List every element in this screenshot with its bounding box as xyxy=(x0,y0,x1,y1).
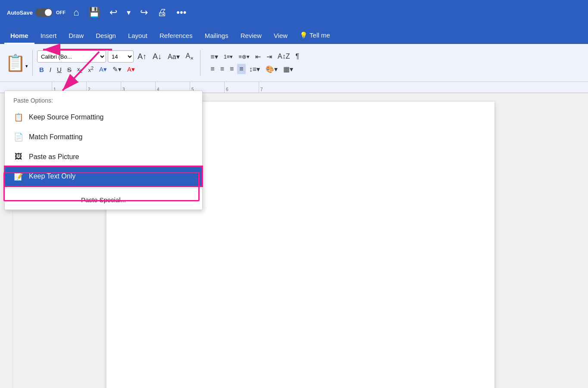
line-spacing-btn[interactable]: ↕≡▾ xyxy=(247,64,262,75)
superscript-btn[interactable]: x2 xyxy=(86,64,96,75)
align-center-btn[interactable]: ≡ xyxy=(218,64,226,74)
tab-design[interactable]: Design xyxy=(90,28,122,44)
lightbulb-icon: 💡 xyxy=(300,31,308,39)
autosave-area: AutoSave OFF xyxy=(7,8,66,17)
multilevel-btn[interactable]: ≡⊕▾ xyxy=(236,52,252,61)
paragraph-group: ≡▾ 1≡▾ ≡⊕▾ ⇤ ⇥ A↕Z ¶ ≡ ≡ ≡ ≡ ↕≡▾ 🎨▾ ▦▾ xyxy=(208,51,301,75)
home-icon[interactable]: ⌂ xyxy=(72,5,81,20)
undo-dropdown-icon[interactable]: ▾ xyxy=(125,6,132,19)
font-name-select[interactable]: Calibri (Bo... xyxy=(37,50,106,63)
divider-1 xyxy=(32,50,33,76)
tab-tellme[interactable]: 💡 Tell me xyxy=(294,28,336,44)
underline-btn[interactable]: U xyxy=(55,65,64,75)
show-formatting-btn[interactable]: ¶ xyxy=(294,51,302,62)
decrease-font-btn[interactable]: A↓ xyxy=(150,51,164,63)
text-color-btn[interactable]: A▾ xyxy=(97,64,109,75)
print-icon[interactable]: 🖨 xyxy=(156,5,169,20)
undo-icon[interactable]: ↩ xyxy=(108,5,119,20)
increase-font-btn[interactable]: A↑ xyxy=(135,51,149,63)
more-icon[interactable]: ••• xyxy=(175,5,188,20)
font-size-select[interactable]: 14 xyxy=(108,50,134,63)
tab-home[interactable]: Home xyxy=(4,28,34,44)
tab-draw[interactable]: Draw xyxy=(63,28,90,44)
ruler-mark-6: 6 xyxy=(224,82,259,93)
tab-insert[interactable]: Insert xyxy=(34,28,63,44)
paste-options-header: Paste Options: xyxy=(5,91,202,107)
tab-references[interactable]: References xyxy=(153,28,199,44)
tab-layout[interactable]: Layout xyxy=(122,28,153,44)
highlight-btn[interactable]: ✎▾ xyxy=(110,64,124,75)
save-icon[interactable]: 💾 xyxy=(87,5,102,20)
keep-source-label: Keep Source Formatting xyxy=(29,113,103,121)
font-row-2: B I U S x2 x2 A▾ ✎▾ A▾ xyxy=(37,64,196,75)
borders-btn[interactable]: ▦▾ xyxy=(281,64,295,75)
keep-text-only-item[interactable]: 📝 Keep Text Only xyxy=(5,166,202,186)
ruler-mark-7: 7 xyxy=(259,82,293,93)
paste-dropdown-menu: Paste Options: 📋 Keep Source Formatting … xyxy=(4,91,203,210)
paste-special-item[interactable]: Paste Special... xyxy=(5,190,202,210)
tab-mailings[interactable]: Mailings xyxy=(199,28,235,44)
align-justify-btn[interactable]: ≡ xyxy=(237,64,245,74)
paste-picture-icon: 🖼 xyxy=(13,152,24,161)
align-right-btn[interactable]: ≡ xyxy=(228,64,236,74)
para-row-1: ≡▾ 1≡▾ ≡⊕▾ ⇤ ⇥ A↕Z ¶ xyxy=(208,51,301,62)
sort-btn[interactable]: A↕Z xyxy=(275,51,292,62)
autosave-toggle[interactable] xyxy=(35,8,53,17)
paste-dropdown-button[interactable]: ▾ xyxy=(25,63,28,72)
paste-as-picture-label: Paste as Picture xyxy=(29,153,79,161)
redo-icon[interactable]: ↪ xyxy=(138,5,150,20)
keep-text-icon: 📝 xyxy=(13,172,24,181)
italic-btn[interactable]: I xyxy=(47,65,53,75)
match-formatting-item[interactable]: 📄 Match Formatting xyxy=(5,127,202,147)
paste-special-label: Paste Special... xyxy=(81,196,126,203)
autosave-label: AutoSave xyxy=(7,9,33,16)
paste-as-picture-item[interactable]: 🖼 Paste as Picture xyxy=(5,147,202,166)
align-left-btn[interactable]: ≡ xyxy=(208,64,216,74)
divider-2 xyxy=(200,50,200,76)
title-bar: AutoSave OFF ⌂ 💾 ↩ ▾ ↪ 🖨 ••• xyxy=(0,0,588,25)
toggle-state-label: OFF xyxy=(56,10,66,15)
match-formatting-label: Match Formatting xyxy=(29,133,82,141)
paste-button[interactable]: 📋 xyxy=(5,53,25,72)
shading-btn[interactable]: 🎨▾ xyxy=(263,64,280,75)
paste-group: 📋 ▾ xyxy=(5,53,28,72)
match-format-icon: 📄 xyxy=(13,132,24,142)
bullets-btn[interactable]: ≡▾ xyxy=(208,51,220,62)
keep-source-formatting-item[interactable]: 📋 Keep Source Formatting xyxy=(5,107,202,127)
keep-source-icon: 📋 xyxy=(13,113,24,122)
decrease-indent-btn[interactable]: ⇤ xyxy=(253,51,263,62)
ribbon-tabs: Home Insert Draw Design Layout Reference… xyxy=(0,25,588,44)
para-row-2: ≡ ≡ ≡ ≡ ↕≡▾ 🎨▾ ▦▾ xyxy=(208,64,301,75)
keep-text-only-label: Keep Text Only xyxy=(29,172,75,180)
subscript-btn[interactable]: x2 xyxy=(75,65,85,75)
font-color-btn[interactable]: A▾ xyxy=(125,64,137,75)
bold-btn[interactable]: B xyxy=(37,65,46,75)
strikethrough-btn[interactable]: S xyxy=(65,65,74,75)
font-group: Calibri (Bo... 14 A↑ A↓ Aa▾ A✕ B I U S x… xyxy=(37,50,196,75)
clear-format-btn[interactable]: A✕ xyxy=(184,51,196,62)
font-row-1: Calibri (Bo... 14 A↑ A↓ Aa▾ A✕ xyxy=(37,50,196,63)
tab-review[interactable]: Review xyxy=(235,28,268,44)
ribbon-toolbar: 📋 ▾ Calibri (Bo... 14 A↑ A↓ Aa▾ A✕ B I U… xyxy=(0,44,588,82)
numbering-btn[interactable]: 1≡▾ xyxy=(222,52,235,61)
paste-icon: 📋 xyxy=(5,53,25,72)
dropdown-divider xyxy=(5,188,202,188)
change-case-btn[interactable]: Aa▾ xyxy=(166,51,182,62)
increase-indent-btn[interactable]: ⇥ xyxy=(264,51,274,62)
toggle-knob xyxy=(45,9,52,16)
tab-view[interactable]: View xyxy=(268,28,294,44)
